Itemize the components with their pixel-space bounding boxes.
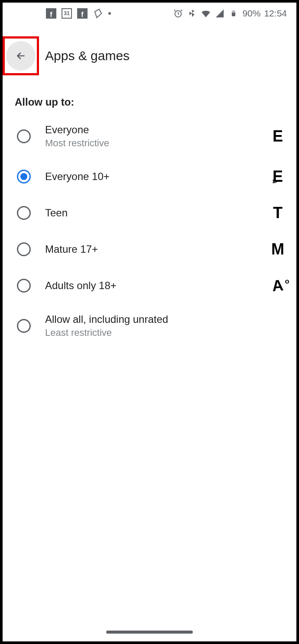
radio-everyone-10[interactable] xyxy=(16,168,32,185)
svg-rect-3 xyxy=(232,12,235,13)
rating-badge-e10: E xyxy=(268,167,287,186)
option-label: Mature 17+ xyxy=(45,242,268,256)
option-label: Everyone xyxy=(45,123,268,136)
option-label: Allow all, including unrated xyxy=(45,312,287,326)
option-sublabel: Least restrictive xyxy=(45,327,287,339)
signal-icon xyxy=(214,8,225,19)
radio-mature-17[interactable] xyxy=(16,241,32,258)
facebook-icon-2: f xyxy=(77,8,88,19)
facebook-icon: f xyxy=(46,8,56,19)
option-text: Teen xyxy=(45,206,268,219)
rating-badge-e: E xyxy=(268,127,287,145)
rating-badge-ao: A xyxy=(267,276,287,296)
navigation-handle[interactable] xyxy=(106,631,193,634)
section-heading: Allow up to: xyxy=(3,84,296,114)
option-mature-17[interactable]: Mature 17+ M xyxy=(16,231,287,267)
options-list: Everyone Most restrictive E Everyone 10+… xyxy=(3,114,296,348)
back-button-highlight xyxy=(3,36,39,75)
back-button[interactable] xyxy=(6,41,36,71)
header: Apps & games xyxy=(3,24,296,84)
status-time: 12:54 xyxy=(264,8,287,19)
option-label: Teen xyxy=(45,206,268,219)
option-adults-only-18[interactable]: Adults only 18+ A xyxy=(16,267,287,304)
bluetooth-icon xyxy=(187,8,197,19)
radio-adults-only-18[interactable] xyxy=(16,277,32,294)
option-text: Everyone 10+ xyxy=(45,170,268,183)
battery-icon xyxy=(228,8,239,19)
back-arrow-icon xyxy=(15,50,26,61)
option-text: Allow all, including unrated Least restr… xyxy=(45,312,287,339)
option-text: Everyone Most restrictive xyxy=(45,123,268,150)
status-bar: f 31 f xyxy=(3,3,296,24)
rating-badge-t: T xyxy=(268,204,287,222)
option-text: Mature 17+ xyxy=(45,242,268,256)
option-teen[interactable]: Teen T xyxy=(16,195,287,231)
option-label: Adults only 18+ xyxy=(45,279,268,292)
calendar-day: 31 xyxy=(64,10,69,16)
rating-badge-m: M xyxy=(268,240,287,258)
calendar-icon: 31 xyxy=(62,8,72,19)
dot-icon xyxy=(108,12,111,15)
option-everyone[interactable]: Everyone Most restrictive E xyxy=(16,114,287,158)
status-left: f 31 f xyxy=(46,8,111,19)
option-allow-all[interactable]: Allow all, including unrated Least restr… xyxy=(16,304,287,348)
alarm-icon xyxy=(173,8,183,19)
radio-allow-all[interactable] xyxy=(16,318,32,334)
radio-everyone[interactable] xyxy=(16,128,32,145)
wifi-icon xyxy=(201,8,211,19)
radio-teen[interactable] xyxy=(16,205,32,221)
option-text: Adults only 18+ xyxy=(45,279,268,292)
option-sublabel: Most restrictive xyxy=(45,137,268,150)
tag-icon xyxy=(93,8,103,19)
option-everyone-10[interactable]: Everyone 10+ E xyxy=(16,158,287,195)
status-right: 90% 12:54 xyxy=(173,8,287,19)
battery-percent: 90% xyxy=(242,8,260,19)
svg-rect-2 xyxy=(233,11,235,12)
page-title: Apps & games xyxy=(45,48,130,63)
option-label: Everyone 10+ xyxy=(45,170,268,183)
